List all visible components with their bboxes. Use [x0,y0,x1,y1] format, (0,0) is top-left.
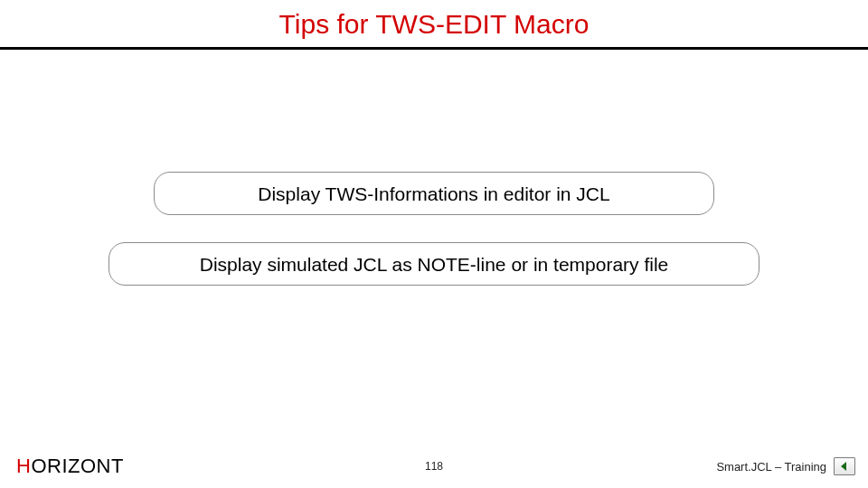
tip-text-1: Display TWS-Informations in editor in JC… [258,183,609,204]
content-area: Display TWS-Informations in editor in JC… [0,0,868,488]
back-button[interactable] [834,457,855,475]
brand-accent: H [16,455,31,477]
page-number: 118 [425,460,443,473]
tip-box-2: Display simulated JCL as NOTE-line or in… [108,242,760,286]
footer-right: Smart.JCL – Training [716,457,855,475]
slide: Tips for TWS-EDIT Macro Display TWS-Info… [0,0,868,488]
footer: HORIZONT 118 Smart.JCL – Training [0,454,868,479]
footer-subtitle: Smart.JCL – Training [716,460,826,474]
svg-marker-0 [841,462,846,471]
brand-rest: ORIZONT [31,455,124,477]
tip-box-1: Display TWS-Informations in editor in JC… [154,172,714,215]
tip-text-2: Display simulated JCL as NOTE-line or in… [200,254,669,275]
arrow-left-icon [839,461,850,472]
brand-logo: HORIZONT [16,455,124,478]
